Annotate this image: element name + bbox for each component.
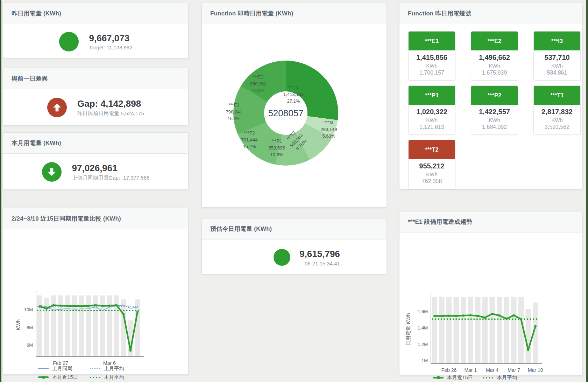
stat-row: 97,026,961 上個月同期用電Gap: -17,377,566	[3, 154, 188, 190]
card-realtime-donut: Function 即時日用電量 (KWh) 5208057 ***T11,413…	[201, 3, 387, 208]
tile-value: 2,817,832	[534, 108, 580, 116]
status-tile: ***T12,817,832KWh3,591,562	[533, 85, 581, 135]
stat-value: 9,615,796	[299, 248, 340, 260]
card-today-estimate: 預估今日用電量 (KWh) 9,615,796 06-21 15:34:41	[201, 218, 387, 274]
tile-header: ***P2	[471, 86, 518, 105]
dash-green-swatch-icon	[90, 377, 100, 378]
arrow-up-icon	[47, 98, 67, 117]
panel-title: Function 即時日用電量 (KWh)	[210, 9, 378, 18]
panel-title: 昨日用電量 (KWh)	[12, 9, 180, 18]
left-edge-strip	[0, 0, 1, 382]
svg-text:1.4M: 1.4M	[418, 325, 428, 331]
panel-title: 預估今日用電量 (KWh)	[210, 225, 378, 233]
stat-value: 9,667,073	[89, 33, 133, 44]
tile-subvalue: 1,675,939	[472, 70, 517, 76]
legend-item[interactable]: 本月近15日	[433, 374, 473, 381]
tile-unit: KWh	[534, 117, 580, 123]
tile-subvalue: 762,358	[409, 178, 454, 185]
panel-header: Function 即時日用電量 (KWh)	[202, 3, 387, 24]
stat-row: Gap: 4,142,898 昨日與前日用電量 5,524,175	[3, 89, 188, 126]
legend-label: 本月近15日	[447, 374, 473, 381]
panel-title: 與前一日差異	[12, 75, 180, 83]
card-month-usage: 本月用電量 (KWh) 97,026,961 上個月同期用電Gap: -17,3…	[3, 132, 189, 190]
panel-header: 2/24~3/10 近15日同期用電量比較 (KWh)	[3, 208, 188, 229]
svg-text:Mar 1: Mar 1	[464, 367, 477, 373]
status-tile: ***E21,496,662KWh1,675,939	[471, 31, 518, 81]
stat-subtext: 昨日與前日用電量 5,524,175	[77, 110, 144, 117]
panel-header: 昨日用電量 (KWh)	[3, 3, 188, 24]
panel-header: 與前一日差異	[3, 68, 188, 89]
tile-header: ***E1	[409, 32, 455, 50]
status-tile: ***E11,415,856KWh1,700,157	[408, 31, 455, 81]
svg-text:1M: 1M	[421, 358, 428, 363]
panel-title: 本月用電量 (KWh)	[12, 139, 180, 147]
status-tile: ***P11,020,322KWh1,121,613	[408, 85, 455, 135]
stat-timestamp: 06-21 15:34:41	[299, 261, 340, 266]
card-day-gap: 與前一日差異 Gap: 4,142,898 昨日與前日用電量 5,524,175	[3, 68, 189, 125]
donut-slice-label: ***P1553,59510.6%	[269, 138, 285, 158]
tile-unit: KWh	[409, 63, 454, 69]
tile-subvalue: 1,700,157	[409, 70, 454, 76]
compare-chart-svg[interactable]: 6M8M10MFeb 27Mar 6KWh	[14, 289, 168, 370]
tile-subvalue: 3,591,562	[534, 124, 580, 130]
donut-slice-label: ***E2850,36216.3%	[250, 74, 267, 94]
svg-text:1.6M: 1.6M	[418, 309, 428, 314]
tile-value: 1,496,662	[472, 54, 517, 62]
status-tile: ***I3537,710KWh584,861	[533, 31, 581, 81]
legend-label: 本月平均	[104, 374, 124, 381]
legend-item[interactable]: 本月平均	[90, 374, 124, 381]
tile-header: ***P1	[409, 86, 455, 105]
tile-value: 1,020,322	[409, 108, 454, 116]
stat-subtext: 上個月同期用電Gap: -17,377,566	[72, 175, 150, 181]
panel-title: Function 昨日用電燈號	[408, 9, 574, 18]
dash-blue-swatch-icon	[90, 368, 100, 369]
legend-label: 上月同期	[52, 365, 72, 372]
svg-text:Mar 7: Mar 7	[508, 367, 520, 373]
svg-text:Mar 10: Mar 10	[528, 367, 543, 373]
legend-item[interactable]: 上月平均	[90, 365, 124, 372]
tile-header: ***T1	[534, 86, 580, 105]
line-green-thick-swatch-icon	[38, 376, 49, 378]
legend-item[interactable]: 上月同期	[38, 365, 90, 372]
status-tile: ***P21,422,557KWh1,684,092	[471, 85, 518, 135]
svg-text:日用電量 KWh: 日用電量 KWh	[405, 313, 411, 346]
card-yesterday-usage: 昨日用電量 (KWh) 9,667,073 Target: 11,128,992	[3, 3, 189, 58]
svg-text:1.2M: 1.2M	[418, 342, 428, 347]
line-blue-swatch-icon	[38, 368, 49, 369]
tile-unit: KWh	[534, 63, 580, 69]
donut-center-value: 5208057	[268, 108, 303, 119]
arrow-down-icon	[42, 162, 62, 182]
trend-chart-legend: 本月近15日本月平均Target	[433, 374, 517, 382]
card-status-lights: Function 昨日用電燈號 ***E11,415,856KWh1,700,1…	[399, 3, 582, 189]
tile-value: 1,415,856	[409, 54, 454, 62]
donut-chart-area: 5208057 ***T11,413,18327.1%***I3293,1495…	[202, 23, 387, 208]
trend-chart-svg[interactable]: 1M1.2M1.4M1.6MFeb 26Mar 1Mar 4Mar 7Mar 1…	[405, 292, 566, 377]
stat-row: 9,615,796 06-21 15:34:41	[227, 239, 387, 275]
line-green-thick-swatch-icon	[433, 377, 444, 378]
svg-text:6M: 6M	[27, 342, 33, 348]
compare-chart-legend: 上月同期上月平均本月近15日本月平均Target	[38, 365, 124, 382]
tile-subvalue: 1,684,092	[472, 124, 517, 130]
donut-slice-label: ***T11,413,18327.1%	[283, 84, 304, 105]
stat-row: 9,667,073 Target: 11,128,992	[3, 24, 188, 59]
tile-header: ***I3	[534, 32, 580, 50]
panel-header: Function 昨日用電燈號	[399, 3, 582, 24]
tile-header: ***E2	[471, 32, 518, 50]
status-tile-grid: ***E11,415,856KWh1,700,157***E21,496,662…	[399, 24, 582, 189]
dash-green-swatch-icon	[483, 377, 493, 378]
legend-label: 上月平均	[104, 365, 124, 372]
stat-subtext: Target: 11,128,992	[89, 44, 133, 50]
panel-header: 本月用電量 (KWh)	[3, 133, 188, 154]
card-compare-chart: 2/24~3/10 近15日同期用電量比較 (KWh) 6M8M10MFeb 2…	[3, 208, 189, 375]
tile-unit: KWh	[472, 63, 517, 69]
card-e1-trend-chart: ***E1 設備用電達成趨勢 1M1.2M1.4M1.6MFeb 26Mar 1…	[399, 211, 582, 376]
panel-title: ***E1 設備用電達成趨勢	[408, 218, 574, 226]
tile-value: 955,212	[409, 162, 454, 170]
legend-label: 本月平均	[497, 374, 517, 381]
tile-unit: KWh	[472, 117, 517, 123]
svg-text:Feb 26: Feb 26	[441, 367, 457, 373]
legend-item[interactable]: 本月平均	[483, 374, 517, 381]
legend-item[interactable]: 本月近15日	[38, 374, 90, 381]
stat-value: Gap: 4,142,898	[77, 98, 144, 110]
tile-header: ***T2	[409, 140, 455, 159]
